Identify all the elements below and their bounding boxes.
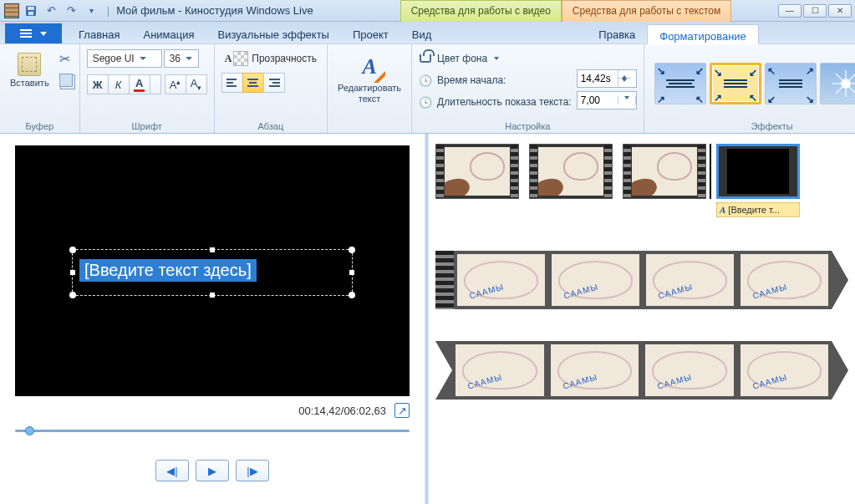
minimize-button[interactable]: — <box>778 4 802 18</box>
fullscreen-button[interactable]: ↗ <box>394 403 410 418</box>
chevron-down-icon <box>186 57 192 60</box>
context-tab-video-tools[interactable]: Средства для работы с видео <box>400 0 562 22</box>
copy-button[interactable] <box>59 74 73 87</box>
context-tab-text-tools[interactable]: Средства для работы с текстом <box>562 0 731 22</box>
font-color-button[interactable]: A <box>129 74 150 94</box>
duration-spinner[interactable] <box>577 91 637 109</box>
tab-project[interactable]: Проект <box>341 23 400 43</box>
title-clip-thumbnail[interactable]: A [Введите т... <box>716 144 800 217</box>
save-icon[interactable] <box>23 3 38 18</box>
resize-handle[interactable] <box>349 292 355 298</box>
window-title: Мой фильм - Киностудия Windows Live <box>116 4 313 17</box>
preview-pane: [Введите текст здесь] 00:14,42/06:02,63 … <box>0 134 425 504</box>
bg-color-button[interactable]: Цвет фона <box>419 49 572 68</box>
file-tab[interactable] <box>5 23 62 43</box>
duration-input[interactable] <box>578 94 618 106</box>
tab-format[interactable]: Форматирование <box>647 24 759 44</box>
group-label: Абзац <box>221 120 320 131</box>
clipboard-icon <box>18 53 41 76</box>
redo-icon[interactable]: ↷ <box>64 3 79 18</box>
playhead-marker[interactable] <box>710 144 711 199</box>
shrink-font-button[interactable]: A▾ <box>186 74 207 94</box>
svg-rect-3 <box>20 29 32 31</box>
italic-button[interactable]: К <box>108 74 130 94</box>
edit-text-button[interactable]: A Редактировать текст <box>334 49 405 104</box>
workspace: [Введите текст здесь] 00:14,42/06:02,63 … <box>0 134 855 504</box>
paste-label: Вставить <box>10 78 49 89</box>
tab-visual-effects[interactable]: Визуальные эффекты <box>206 23 341 43</box>
paste-button[interactable]: Вставить <box>7 49 53 89</box>
spin-down-icon[interactable] <box>622 79 627 87</box>
chevron-down-icon[interactable] <box>624 96 629 104</box>
storyboard-strip[interactable]: СААМЫ СААМЫ СААМЫ СААМЫ <box>435 251 848 309</box>
clip-thumbnail[interactable] <box>529 144 613 199</box>
film-sprocket-icon <box>435 251 454 309</box>
resize-handle[interactable] <box>210 247 215 252</box>
svg-rect-4 <box>20 33 32 34</box>
group-edit-text: A Редактировать текст <box>328 44 412 133</box>
tab-animation[interactable]: Анимация <box>131 23 206 43</box>
grow-font-icon: A▴ <box>170 78 181 91</box>
undo-icon[interactable]: ↶ <box>43 3 59 18</box>
resize-handle[interactable] <box>69 247 76 253</box>
resize-handle[interactable] <box>70 270 75 275</box>
clip-thumbnail[interactable] <box>623 144 706 199</box>
arrow-icon: ↘ <box>714 67 722 75</box>
start-time-spinner[interactable] <box>577 69 637 88</box>
font-family-value: Segoe UI <box>93 53 135 64</box>
bold-button[interactable]: Ж <box>87 74 109 94</box>
seek-bar[interactable] <box>15 426 410 435</box>
svg-rect-2 <box>28 12 33 15</box>
playback-controls: ◀| ▶ |▶ <box>15 460 410 481</box>
contextual-tab-group: Средства для работы с видео Средства для… <box>400 0 732 22</box>
group-label-empty <box>334 120 405 131</box>
seek-thumb[interactable] <box>25 426 34 435</box>
separator: | <box>107 5 109 17</box>
effect-item-1[interactable]: ↘↙ ↗↖ <box>654 63 706 104</box>
resize-handle[interactable] <box>69 292 76 298</box>
clip-thumbnail[interactable] <box>435 144 519 199</box>
effect-item-3[interactable]: ↖↗ ↙↘ <box>765 63 817 104</box>
close-button[interactable]: ✕ <box>828 4 852 18</box>
arrow-icon: ↘ <box>657 65 665 74</box>
caption-text[interactable]: [Введите текст здесь] <box>79 259 257 282</box>
ribbon: Вставить ✂ Буфер Segoe UI 36 Ж К A <box>0 43 855 134</box>
next-frame-button[interactable]: |▶ <box>236 460 269 481</box>
font-color-dropdown[interactable] <box>150 74 161 94</box>
tab-view[interactable]: Вид <box>400 23 444 43</box>
group-label: Эффекты <box>651 120 855 131</box>
transparency-button[interactable]: A Прозрачность <box>221 49 320 68</box>
spin-up-icon[interactable] <box>622 70 627 79</box>
tab-home[interactable]: Главная <box>67 23 131 43</box>
group-font: Segoe UI 36 Ж К A A▴ A▾ Шрифт <box>80 44 215 133</box>
effect-item-4[interactable] <box>820 63 855 104</box>
maximize-button[interactable]: ☐ <box>803 4 827 18</box>
effect-item-2[interactable]: ↘↙ ↗↖ <box>710 63 761 104</box>
cut-button[interactable]: ✂ <box>58 51 73 67</box>
storyboard-pane[interactable]: A [Введите т... СААМЫ СААМЫ СААМЫ СААМЫ … <box>429 134 855 504</box>
qat-more-icon[interactable]: ▾ <box>84 3 99 18</box>
play-button[interactable]: ▶ <box>196 460 229 481</box>
title-clip-caption[interactable]: A [Введите т... <box>716 202 800 217</box>
start-time-input[interactable] <box>578 73 618 84</box>
align-center-button[interactable] <box>242 73 264 93</box>
quick-access-toolbar: ↶ ↷ ▾ <box>23 3 99 18</box>
arrow-icon: ↘ <box>806 94 814 102</box>
resize-handle[interactable] <box>210 293 215 298</box>
align-left-button[interactable] <box>221 73 243 93</box>
ribbon-tabs: Главная Анимация Визуальные эффекты Прое… <box>0 22 855 43</box>
resize-handle[interactable] <box>349 270 354 275</box>
shrink-font-icon: A▾ <box>191 77 202 92</box>
preview-video[interactable]: [Введите текст здесь] <box>15 145 410 396</box>
group-settings: Цвет фона 🕓 Время начала: 🕓 Длительность… <box>412 44 644 133</box>
align-right-button[interactable] <box>263 73 285 93</box>
prev-frame-button[interactable]: ◀| <box>155 460 189 481</box>
letter-a-icon: A <box>225 53 232 65</box>
storyboard-strip[interactable]: СААМЫ СААМЫ СААМЫ СААМЫ <box>435 341 848 400</box>
caption-text-frame[interactable]: [Введите текст здесь] <box>72 249 353 296</box>
grow-font-button[interactable]: A▴ <box>165 74 186 94</box>
tab-edit[interactable]: Правка <box>587 23 647 43</box>
font-size-combo[interactable]: 36 <box>164 49 199 68</box>
font-family-combo[interactable]: Segoe UI <box>87 49 162 68</box>
resize-handle[interactable] <box>349 247 355 253</box>
